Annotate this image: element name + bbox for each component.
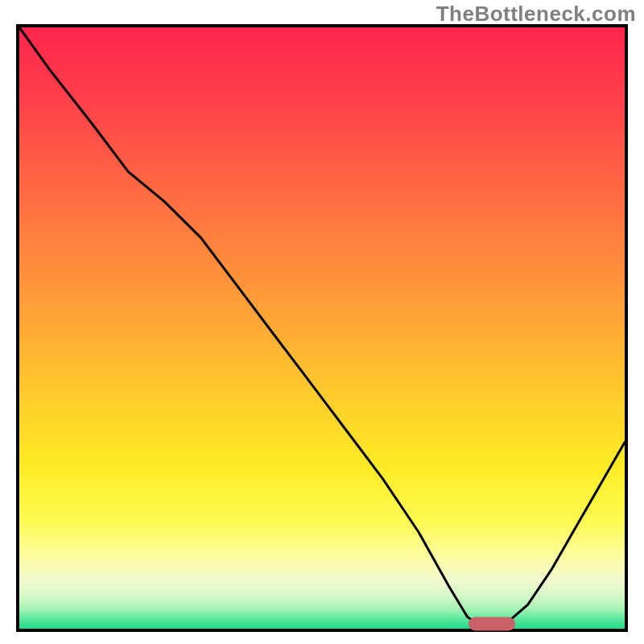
curve-path	[19, 27, 625, 625]
plot-area	[16, 24, 628, 632]
bottleneck-curve	[19, 27, 625, 629]
watermark-text: TheBottleneck.com	[436, 2, 636, 27]
optimal-marker	[469, 617, 515, 631]
chart-frame: TheBottleneck.com	[0, 0, 644, 644]
